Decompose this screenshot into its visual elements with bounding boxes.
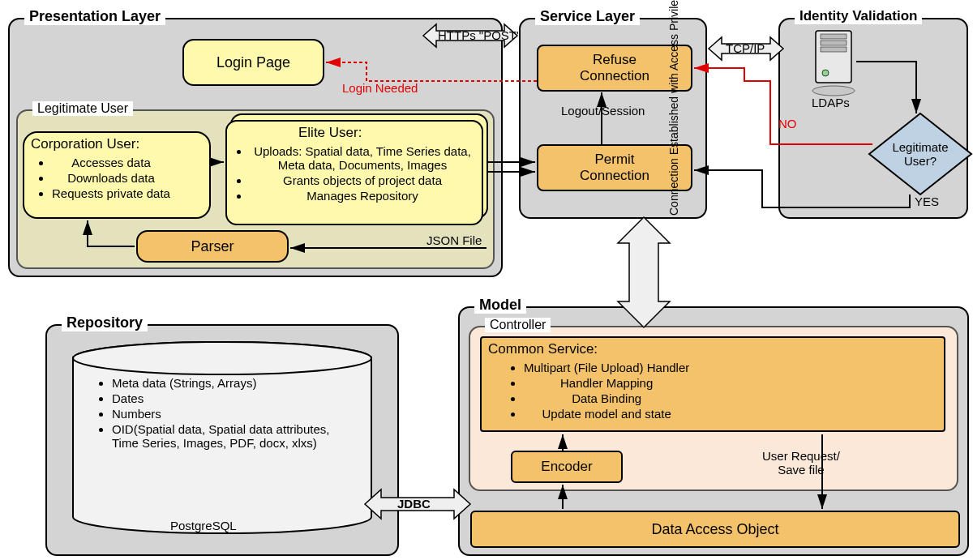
elite-user-box: Elite User: Uploads: Spatial data, Time … xyxy=(225,120,483,225)
list-item: Manages Repository xyxy=(250,189,475,203)
legitimate-user-title: Legitimate User xyxy=(32,101,133,116)
common-service-box: Common Service: Multipart (File Upload) … xyxy=(480,336,945,432)
common-service-list: Multipart (File Upload) Handler Handler … xyxy=(488,359,689,422)
postgres-label: PostgreSQL xyxy=(170,519,237,532)
server-icon xyxy=(809,29,858,98)
list-item: Meta data (Strings, Arrays) xyxy=(112,376,355,390)
no-label: NO xyxy=(778,117,797,130)
list-item: Handler Mapping xyxy=(524,376,689,390)
list-item: Numbers xyxy=(112,407,355,421)
json-file-label: JSON File xyxy=(426,233,482,247)
corp-user-title: Corporation User: xyxy=(31,136,203,152)
model-title: Model xyxy=(474,297,526,314)
service-layer-title: Service Layer xyxy=(535,8,640,25)
list-item: Requests private data xyxy=(52,186,170,200)
yes-label: YES xyxy=(915,195,939,208)
list-item: Update model and state xyxy=(524,407,689,421)
list-item: Uploads: Spatial data, Time Series data,… xyxy=(250,144,475,172)
legit-user-decision: Legitimate User? xyxy=(868,112,973,196)
permit-connection-label: Permit Connection xyxy=(580,152,649,184)
svg-point-4 xyxy=(822,70,829,76)
list-item: Grants objects of project data xyxy=(250,173,475,187)
refuse-connection-label: Refuse Connection xyxy=(580,52,649,84)
elite-user-title: Elite User: xyxy=(234,125,540,141)
repo-list: Meta data (Strings, Arrays) Dates Number… xyxy=(88,376,355,450)
ldaps-label: LDAPs xyxy=(812,96,850,109)
svg-rect-3 xyxy=(821,47,847,52)
parser-box: Parser xyxy=(136,230,289,263)
list-item: Data Binding xyxy=(524,391,689,405)
svg-rect-1 xyxy=(821,34,847,39)
corporation-user-box: Corporation User: Accesses data Download… xyxy=(23,131,211,219)
elite-user-list: Uploads: Spatial data, Time Series data,… xyxy=(234,143,475,204)
legit-user-q-label: Legitimate User? xyxy=(868,112,973,196)
dao-box: Data Access Object xyxy=(470,511,960,548)
svg-rect-2 xyxy=(821,41,847,45)
presentation-layer-title: Presentation Layer xyxy=(24,8,165,25)
repository-title: Repository xyxy=(62,314,148,331)
encoder-label: Encoder xyxy=(541,459,592,475)
diagram-stage: Presentation Layer Login Page Legitimate… xyxy=(0,0,973,560)
controller-title: Controller xyxy=(485,318,551,332)
common-service-title: Common Service: xyxy=(488,341,937,357)
https-post-label: HTTPs "POST" xyxy=(438,28,521,42)
list-item: OID(Spatial data, Spatial data attribute… xyxy=(112,422,355,450)
user-request-save-label: User Request/ Save file xyxy=(762,449,840,477)
list-item: Dates xyxy=(112,391,355,405)
login-needed-label: Login Needed xyxy=(342,81,418,95)
svg-point-8 xyxy=(73,342,371,374)
logout-session-label: Logout/Session xyxy=(561,104,645,118)
encoder-box: Encoder xyxy=(511,451,623,483)
login-page-box: Login Page xyxy=(182,39,324,86)
svg-point-5 xyxy=(812,86,855,96)
list-item: Multipart (File Upload) Handler xyxy=(524,361,689,374)
login-page-label: Login Page xyxy=(216,54,290,71)
identity-validation-title: Identity Validation xyxy=(795,8,922,24)
corp-user-list: Accesses data Downloads data Requests pr… xyxy=(31,154,170,202)
jdbc-label: JDBC xyxy=(397,497,431,511)
list-item: Accesses data xyxy=(52,156,170,169)
repo-list-wrap: Meta data (Strings, Arrays) Dates Number… xyxy=(88,374,355,451)
conn-established-label: Connection Established with Access Privi… xyxy=(668,102,680,216)
tcpip-label: TCP/IP xyxy=(726,41,765,55)
list-item: Downloads data xyxy=(52,171,170,185)
parser-label: Parser xyxy=(191,238,234,255)
dao-label: Data Access Object xyxy=(651,521,778,538)
